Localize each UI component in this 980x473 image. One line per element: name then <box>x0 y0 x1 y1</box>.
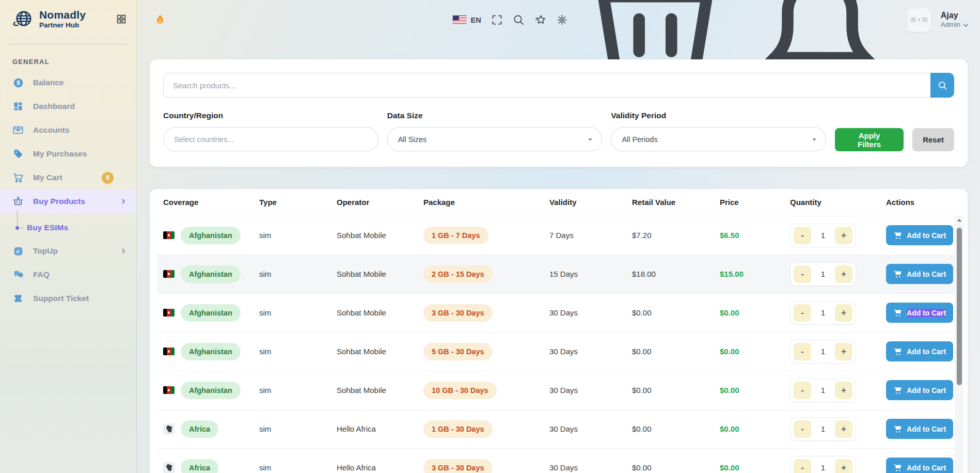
user-menu[interactable]: Ajay Admin <box>941 10 969 29</box>
sidebar-collapse-icon[interactable] <box>116 13 127 25</box>
language-selector[interactable]: EN <box>452 15 481 25</box>
sidebar-item-faq[interactable]: FAQ <box>0 263 136 287</box>
country-select[interactable]: Select countries... <box>163 127 378 151</box>
add-to-cart-button[interactable]: Add to Cart <box>886 341 953 361</box>
sidebar-item-topup[interactable]: TopUp <box>0 239 136 263</box>
column-header-quantity: Quantity <box>784 189 880 216</box>
africa-map-icon <box>163 423 175 435</box>
add-to-cart-button[interactable]: Add to Cart <box>886 458 953 473</box>
table-header-row: Coverage Type Operator Package Validity … <box>157 189 960 216</box>
search-input[interactable] <box>163 73 930 98</box>
avatar[interactable]: 35 × 35 <box>907 8 931 32</box>
quantity-minus-button[interactable]: - <box>794 227 811 244</box>
quantity-plus-button[interactable]: + <box>835 382 852 399</box>
price-cell: $6.50 <box>714 216 784 255</box>
quantity-plus-button[interactable]: + <box>835 343 852 360</box>
sidebar-item-support-ticket[interactable]: Support Ticket <box>0 287 136 310</box>
type-cell: sim <box>253 371 330 409</box>
validity-cell: 30 Days <box>543 293 626 332</box>
datasize-select[interactable]: All Sizes <box>387 127 603 151</box>
table-scrollbar[interactable] <box>955 216 963 473</box>
fullscreen-icon[interactable] <box>491 14 503 26</box>
quantity-value: 1 <box>821 231 825 240</box>
datasize-filter-label: Data Size <box>387 111 603 120</box>
quantity-minus-button[interactable]: - <box>794 304 811 322</box>
quantity-minus-button[interactable]: - <box>794 265 811 283</box>
add-to-cart-button[interactable]: Add to Cart <box>886 264 953 284</box>
quantity-minus-button[interactable]: - <box>794 459 811 473</box>
brightness-icon[interactable] <box>556 14 568 26</box>
svg-text:$: $ <box>17 80 20 86</box>
table-row: Africa sim Hello Africa 3 GB - 30 Days 3… <box>157 448 960 473</box>
quantity-plus-button[interactable]: + <box>835 304 852 322</box>
sidebar-item-buy-esims[interactable]: Buy ESIMs <box>0 216 136 239</box>
quantity-minus-button[interactable]: - <box>794 420 811 438</box>
topbar: EN 0 <box>137 0 980 40</box>
add-to-cart-button[interactable]: Add to Cart <box>886 380 953 400</box>
column-header-coverage: Coverage <box>157 189 253 216</box>
package-pill: 3 GB - 30 Days <box>423 304 493 322</box>
validity-cell: 30 Days <box>543 409 626 448</box>
scrollbar-thumb[interactable] <box>957 228 962 385</box>
column-header-price: Price <box>714 189 784 216</box>
type-cell: sim <box>253 255 330 293</box>
retail-value-cell: $0.00 <box>626 448 714 473</box>
operator-cell: Hello Africa <box>330 448 417 473</box>
column-header-actions: Actions <box>880 189 960 216</box>
validity-select-value: All Periods <box>622 135 657 144</box>
add-to-cart-button[interactable]: Add to Cart <box>886 225 953 245</box>
scroll-up-arrow-icon[interactable] <box>955 216 963 224</box>
quantity-minus-button[interactable]: - <box>794 382 811 399</box>
validity-cell: 7 Days <box>543 216 626 255</box>
tree-dash <box>19 228 24 228</box>
price-cell: $0.00 <box>714 332 784 371</box>
afghanistan-flag-icon <box>163 348 175 355</box>
coverage-pill: Africa <box>181 420 218 438</box>
afghanistan-flag-icon <box>163 231 175 239</box>
quantity-minus-button[interactable]: - <box>794 343 811 360</box>
quantity-plus-button[interactable]: + <box>835 459 852 473</box>
reset-button[interactable]: Reset <box>912 128 954 151</box>
topup-icon <box>12 245 24 257</box>
column-header-validity: Validity <box>543 189 626 216</box>
sidebar-item-balance[interactable]: $ Balance <box>0 71 136 94</box>
sidebar-item-my-cart[interactable]: My Cart 0 <box>0 166 136 190</box>
quantity-plus-button[interactable]: + <box>835 265 852 283</box>
cart-icon <box>893 463 902 472</box>
add-to-cart-label: Add to Cart <box>907 348 946 356</box>
quantity-stepper: - 1 + <box>790 224 856 247</box>
search-button[interactable] <box>930 73 954 98</box>
logo[interactable]: Nomadly Partner Hub <box>0 0 136 37</box>
flame-icon[interactable] <box>155 14 165 26</box>
quantity-stepper: - 1 + <box>790 301 856 325</box>
chevron-down-icon <box>963 23 969 27</box>
add-to-cart-button[interactable]: Add to Cart <box>886 419 953 439</box>
afghanistan-flag-icon <box>163 270 175 278</box>
sidebar-item-accounts[interactable]: Accounts <box>0 118 136 142</box>
add-to-cart-label: Add to Cart <box>907 425 946 433</box>
star-icon[interactable] <box>534 14 546 26</box>
sidebar-item-my-purchases[interactable]: My Purchases <box>0 142 136 166</box>
datasize-select-value: All Sizes <box>398 135 427 144</box>
country-filter-label: Country/Region <box>163 111 378 120</box>
sidebar-item-label: FAQ <box>33 270 126 279</box>
apply-filters-button[interactable]: Apply Filters <box>835 128 904 151</box>
operator-cell: Sohbat Mobile <box>330 293 417 332</box>
sidebar-item-dashboard[interactable]: Dashboard <box>0 94 136 118</box>
quantity-plus-button[interactable]: + <box>835 227 852 244</box>
sidebar-section-label: GENERAL <box>0 44 136 71</box>
caret-down-icon <box>588 138 592 141</box>
cart-icon <box>893 424 902 433</box>
search-icon[interactable] <box>513 14 525 26</box>
validity-select[interactable]: All Periods <box>611 127 826 151</box>
add-to-cart-button[interactable]: Add to Cart <box>886 303 953 323</box>
validity-cell: 30 Days <box>543 448 626 473</box>
language-code: EN <box>471 16 481 24</box>
quantity-plus-button[interactable]: + <box>835 420 852 438</box>
chat-bubbles-icon <box>12 269 24 280</box>
mail-account-icon <box>12 124 24 136</box>
operator-cell: Hello Africa <box>330 409 417 448</box>
table-row: Afghanistan sim Sohbat Mobile 3 GB - 30 … <box>157 293 960 332</box>
table-row: Afghanistan sim Sohbat Mobile 1 GB - 7 D… <box>157 216 960 255</box>
main-content: Country/Region Select countries... Data … <box>137 40 980 473</box>
